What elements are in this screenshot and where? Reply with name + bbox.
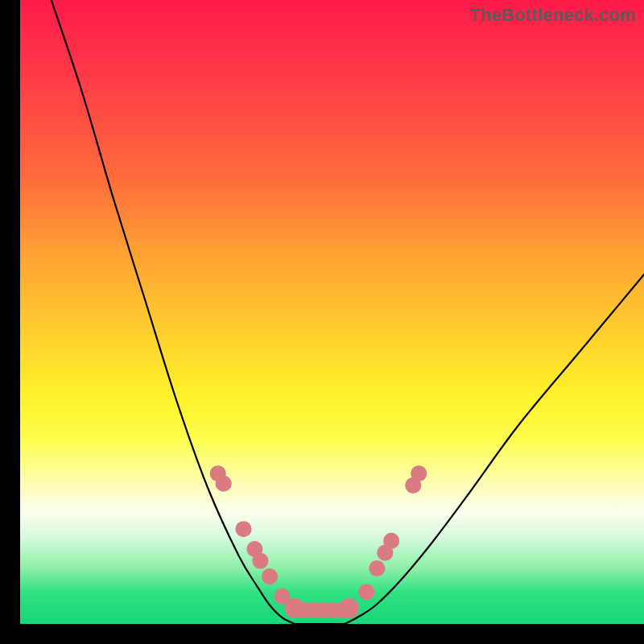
data-point bbox=[358, 584, 374, 600]
series-right-curve bbox=[345, 275, 644, 624]
curve-layer bbox=[52, 0, 644, 624]
data-point bbox=[383, 533, 399, 549]
data-point bbox=[235, 521, 251, 537]
plot-area: TheBottleneck.com bbox=[20, 0, 644, 624]
data-point bbox=[411, 465, 427, 481]
series-left-curve bbox=[52, 0, 295, 624]
data-point bbox=[339, 598, 359, 618]
data-point bbox=[262, 568, 278, 584]
data-point bbox=[252, 553, 268, 569]
marker-layer bbox=[210, 465, 427, 618]
chart-svg bbox=[20, 0, 644, 624]
data-point bbox=[369, 560, 385, 576]
data-point bbox=[216, 476, 232, 492]
chart-frame: TheBottleneck.com bbox=[0, 0, 644, 644]
